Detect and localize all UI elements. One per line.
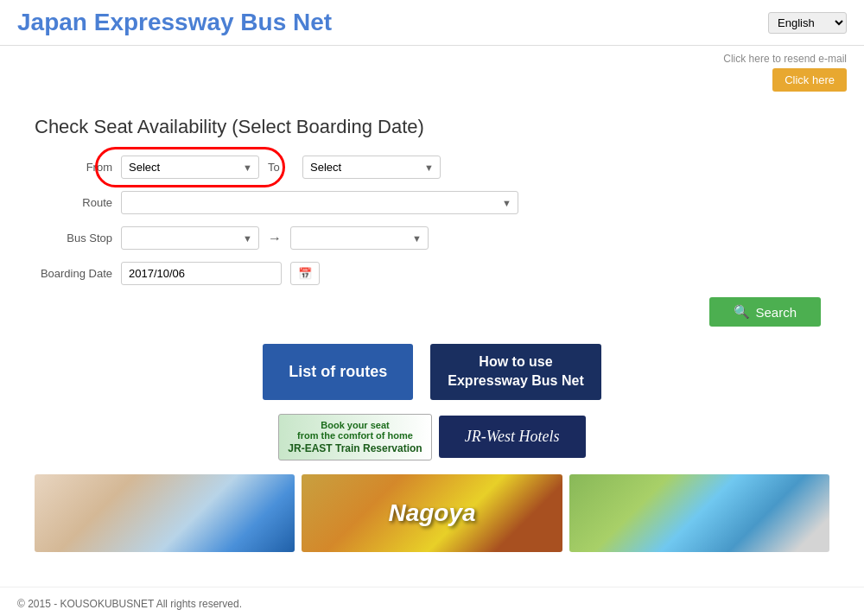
from-label: From	[35, 161, 112, 174]
top-right-area: Click here to resend e-mail Click here	[0, 46, 864, 98]
calendar-button[interactable]: 📅	[290, 262, 320, 285]
boarding-date-row: Boarding Date 📅	[35, 262, 743, 285]
bus-photo-1	[35, 474, 295, 552]
route-select-container: ▼	[121, 191, 518, 214]
search-form: From Select ▼ To Select ▼ Route	[35, 156, 743, 285]
copyright-text: © 2015 - KOUSOKUBUSNET All rights reserv…	[17, 598, 242, 610]
main-content: Check Seat Availability (Select Boarding…	[0, 98, 864, 587]
how-to-line2: Expressway Bus Net	[448, 373, 583, 388]
how-to-line1: How to use	[479, 354, 552, 369]
language-selector-area: English Japanese Chinese Korean	[768, 12, 847, 34]
header: Japan Expressway Bus Net English Japanes…	[0, 0, 864, 46]
busstop-to-select[interactable]	[290, 226, 429, 250]
nagoya-photo: Nagoya	[302, 474, 562, 552]
jr-east-line2: from the comfort of home	[288, 430, 422, 441]
jr-east-banner[interactable]: Book your seat from the comfort of home …	[278, 414, 431, 460]
from-select-wrapper: Select ▼	[121, 156, 259, 179]
boarding-date-label: Boarding Date	[35, 267, 112, 280]
photo-row: Nagoya	[35, 474, 829, 552]
resend-email-link[interactable]: Click here to resend e-mail	[17, 53, 847, 65]
from-to-row: From Select ▼ To Select ▼	[35, 156, 743, 179]
jr-west-banner[interactable]: JR-West Hotels	[439, 416, 586, 458]
search-button-row: 🔍 Search	[35, 297, 829, 327]
jr-east-brand: JR-EAST Train Reservation	[288, 442, 422, 454]
footer: © 2015 - KOUSOKUBUSNET All rights reserv…	[0, 587, 864, 616]
ad-banners-row: Book your seat from the comfort of home …	[35, 414, 829, 460]
busstop-from-select[interactable]	[121, 226, 259, 250]
nagoya-label: Nagoya	[302, 474, 562, 552]
search-button-label: Search	[755, 305, 797, 320]
busstop-row: Bus Stop ▼ → ▼	[35, 226, 743, 250]
banner-buttons-row: List of routes How to use Expressway Bus…	[35, 344, 829, 400]
to-select[interactable]: Select	[302, 156, 441, 179]
from-select[interactable]: Select	[121, 156, 259, 179]
boarding-date-input[interactable]	[121, 262, 282, 285]
route-row: Route ▼	[35, 191, 743, 214]
search-icon: 🔍	[734, 304, 750, 320]
busstop-from-container: ▼	[121, 226, 259, 250]
list-of-routes-button[interactable]: List of routes	[263, 344, 413, 400]
castle-photo	[569, 474, 829, 552]
busstop-label: Bus Stop	[35, 232, 112, 244]
route-label: Route	[35, 196, 112, 209]
page-title: Check Seat Availability (Select Boarding…	[35, 116, 829, 138]
search-button[interactable]: 🔍 Search	[709, 297, 821, 327]
language-select[interactable]: English Japanese Chinese Korean	[768, 12, 847, 34]
how-to-use-button[interactable]: How to use Expressway Bus Net	[430, 344, 600, 400]
click-here-button[interactable]: Click here	[772, 68, 847, 92]
route-select[interactable]	[121, 191, 518, 214]
site-title: Japan Expressway Bus Net	[17, 9, 332, 36]
to-label: To	[268, 161, 294, 174]
busstop-to-container: ▼	[290, 226, 429, 250]
to-select-container: Select ▼	[302, 156, 441, 179]
arrow-right-icon: →	[268, 231, 282, 246]
jr-east-line1: Book your seat	[288, 420, 422, 430]
from-select-container: Select ▼	[121, 156, 259, 179]
